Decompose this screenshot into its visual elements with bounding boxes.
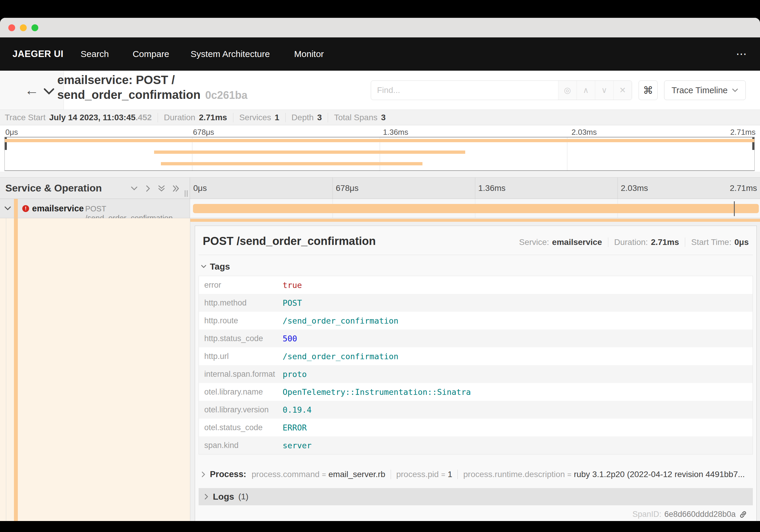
process-section-toggle[interactable]: Process: process.command = email_server.…	[199, 469, 753, 479]
trace-title-line1: emailservice: POST /	[57, 73, 247, 87]
trace-view-selector[interactable]: Trace Timeline	[664, 80, 746, 100]
find-next-button[interactable]: ∨	[595, 81, 613, 100]
locate-icon: ◎	[564, 85, 571, 95]
trace-meta-bar: Trace Start July 14 2023, 11:03:45 .452 …	[0, 110, 760, 125]
service-operation-title: Service & Operation	[5, 182, 102, 194]
app-window: JAEGER UI Search Compare System Architec…	[0, 18, 760, 521]
logs-count: (1)	[238, 492, 249, 502]
macos-titlebar	[0, 18, 760, 37]
nav-brand[interactable]: JAEGER UI	[13, 49, 64, 59]
chevron-up-icon: ∧	[583, 85, 589, 95]
minimap-span-bar	[161, 162, 422, 165]
span-service-name: emailservice	[32, 204, 84, 214]
span-detail-title: POST /send_order_confirmation	[203, 235, 519, 248]
trace-start-meta: Trace Start July 14 2023, 11:03:45 .452	[5, 113, 152, 122]
span-children-chevron-icon[interactable]	[4, 206, 11, 212]
minimap-ruler: 0μs 678μs 1.36ms 2.03ms 2.71ms	[0, 125, 760, 137]
column-resize-handle[interactable]	[185, 190, 188, 197]
span-color-stripe	[14, 199, 18, 218]
process-tag: process.pid = 1	[391, 470, 452, 479]
span-detail-card: POST /send_order_confirmation Service: e…	[195, 226, 757, 521]
page-title: emailservice: POST / send_order_confirma…	[57, 73, 247, 103]
nav-item-monitor[interactable]: Monitor	[294, 49, 324, 59]
timeline-gridline	[475, 177, 475, 199]
chevron-down-icon	[732, 88, 738, 92]
trace-header: ← emailservice: POST / send_order_confir…	[0, 71, 760, 110]
chevron-right-icon	[204, 493, 209, 500]
ruler-tick-label: 0μs	[5, 128, 18, 137]
nav-overflow-icon[interactable]: ⋯	[736, 48, 747, 60]
timeline-minimap[interactable]	[4, 137, 755, 171]
span-detail-left-column	[0, 218, 190, 521]
timeline-tick-label: 678μs	[336, 183, 358, 193]
tags-section-toggle[interactable]: Tags	[201, 262, 753, 272]
total-spans-meta: Total Spans 3	[328, 113, 386, 122]
ruler-tick-label: 2.71ms	[730, 128, 756, 137]
collapse-one-icon[interactable]	[130, 185, 138, 192]
tag-row: otel.library.version0.19.4	[199, 401, 753, 418]
span-detail-accent-bar	[190, 219, 760, 222]
ruler-tick-label: 2.03ms	[571, 128, 597, 137]
span-row-timeline[interactable]	[190, 199, 760, 218]
expand-all-icon[interactable]	[172, 185, 180, 192]
span-duration-bar[interactable]	[193, 204, 759, 213]
process-section-title: Process:	[210, 469, 246, 479]
duration-meta: Duration 2.71ms	[158, 113, 227, 122]
depth-meta: Depth 3	[285, 113, 322, 122]
find-prev-button[interactable]: ∧	[577, 81, 595, 100]
collapse-trace-chevron-icon[interactable]	[43, 88, 55, 96]
timeline-tick-label: 1.36ms	[478, 183, 505, 193]
timeline-minimap-wrap	[0, 137, 760, 171]
link-icon[interactable]	[738, 510, 747, 519]
find-input[interactable]	[371, 81, 558, 100]
divider	[0, 171, 760, 177]
service-operation-header: Service & Operation	[0, 177, 190, 199]
tags-section-title: Tags	[210, 262, 230, 272]
minimap-span-bar	[154, 151, 465, 154]
tag-row: span.kindserver	[199, 436, 753, 454]
tag-row: internal.span.formatproto	[199, 365, 753, 383]
indent-guide	[6, 218, 6, 521]
minimap-gridline	[567, 137, 567, 170]
nav-item-compare[interactable]: Compare	[133, 49, 169, 59]
find-bar: ◎ ∧ ∨ ✕	[371, 80, 632, 100]
keyboard-shortcuts-button[interactable]: ⌘	[639, 80, 658, 100]
ruler-tick-label: 678μs	[193, 128, 214, 137]
tag-row: http.methodPOST	[199, 294, 753, 312]
detail-start-time-meta: Start Time: 0μs	[685, 237, 749, 247]
span-id-value: 6e8d660dddd28b0a	[664, 510, 736, 519]
timeline-header: 0μs 678μs 1.36ms 2.03ms 2.71ms	[190, 177, 760, 199]
process-tag: process.command = email_server.rb	[252, 470, 385, 479]
timeline-tick-label: 2.71ms	[730, 183, 757, 193]
timeline-tick-label: 2.03ms	[621, 183, 648, 193]
nav-item-system-architecture[interactable]: System Architecture	[191, 49, 270, 59]
minimap-span-bar	[5, 139, 754, 142]
collapse-all-icon[interactable]	[157, 185, 166, 192]
find-clear-button[interactable]: ✕	[613, 81, 632, 100]
trace-view-selector-label: Trace Timeline	[672, 85, 728, 95]
tag-row: otel.library.nameOpenTelemetry::Instrume…	[199, 383, 753, 401]
span-row[interactable]: ! emailservice POST /send_order_confirma…	[0, 199, 760, 218]
tag-row: http.url/send_order_confirmation	[199, 347, 753, 365]
trace-id: 0c261ba	[205, 89, 247, 101]
zoom-window-icon[interactable]	[31, 24, 38, 31]
detail-duration-meta: Duration: 2.71ms	[608, 237, 679, 247]
span-id-label: SpanID:	[632, 510, 661, 519]
span-row-name-column[interactable]: ! emailservice POST /send_order_confirma…	[0, 199, 190, 218]
close-window-icon[interactable]	[8, 24, 15, 31]
timeline-cursor-line	[734, 201, 735, 216]
logs-section-toggle[interactable]: Logs (1)	[199, 488, 753, 505]
timeline-tick-label: 0μs	[193, 183, 207, 193]
tag-row: errortrue	[199, 276, 753, 294]
command-icon: ⌘	[643, 84, 653, 96]
span-detail-area: POST /send_order_confirmation Service: e…	[190, 218, 760, 521]
expand-one-icon[interactable]	[145, 185, 151, 192]
nav-item-search[interactable]: Search	[81, 49, 109, 59]
ruler-tick-label: 1.36ms	[383, 128, 408, 137]
screen-letterbox	[0, 521, 760, 532]
locate-span-button[interactable]: ◎	[558, 81, 577, 100]
logs-section-title: Logs	[213, 492, 234, 502]
minimize-window-icon[interactable]	[20, 24, 27, 31]
back-arrow-icon: ←	[24, 83, 39, 97]
top-nav: JAEGER UI Search Compare System Architec…	[0, 37, 760, 71]
